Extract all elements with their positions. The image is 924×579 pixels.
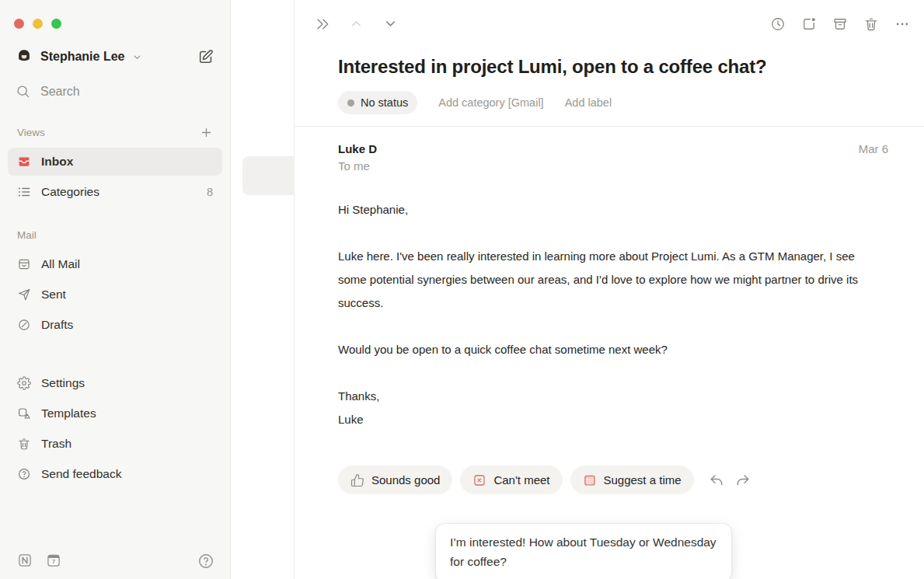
sidebar-item-all-mail[interactable]: All Mail [8,250,222,278]
search-placeholder: Search [40,85,80,99]
sidebar-item-drafts[interactable]: Drafts [8,311,222,339]
compose-button[interactable] [197,48,214,65]
reading-pane: Interested in project Lumi, open to a co… [295,0,924,579]
add-category-button[interactable]: Add category [Gmail] [438,96,543,109]
suggested-reply-tooltip: I’m interested! How about Tuesday or Wed… [435,523,732,579]
sidebar-item-categories[interactable]: Categories 8 [8,178,222,206]
trash-icon [17,437,31,451]
sidebar-item-label: Categories [41,185,99,199]
body-paragraph: Would you be open to a quick coffee chat… [338,338,882,361]
status-chip-label: No status [361,96,408,109]
status-dot-icon [347,99,354,106]
recipient-line[interactable]: To me [338,159,888,173]
thumbs-up-icon [350,473,364,487]
chevron-down-icon [132,52,142,62]
sidebar-item-templates[interactable]: Templates [8,399,222,427]
sidebar-item-label: All Mail [41,257,80,271]
help-button[interactable] [197,553,213,568]
archive-icon[interactable] [832,16,848,32]
sidebar-item-label: Sent [41,288,66,302]
email-list-collapsed [231,0,295,579]
mail-app-window: Stephanie Lee Search Views [0,0,924,579]
email-body: Hi Stephanie, Luke here. I've been reall… [338,198,882,431]
quick-reply-sounds-good-button[interactable]: Sounds good [338,466,452,494]
forward-icon[interactable] [735,473,751,488]
minimize-window-button[interactable] [33,19,43,29]
selected-email-stub[interactable] [242,156,294,195]
sidebar-item-settings[interactable]: Settings [8,369,222,397]
previous-email-icon[interactable] [349,16,364,32]
search-input[interactable]: Search [16,84,214,99]
paper-plane-icon [17,288,31,302]
quick-reply-label: Can't meet [493,473,549,487]
plus-icon [200,126,213,139]
sidebar-item-label: Templates [41,406,96,420]
reply-forward-group [709,473,751,488]
status-chip[interactable]: No status [338,91,417,114]
sidebar-footer: 7 [0,553,230,579]
email-subject: Interested in project Lumi, open to a co… [338,56,888,78]
mark-unread-icon[interactable] [801,16,817,32]
drafts-icon [17,318,31,332]
views-header-label: Views [17,127,45,138]
body-signature: Thanks, Luke [338,385,882,431]
collapse-sidebar-icon[interactable] [315,16,330,32]
next-email-icon[interactable] [383,16,399,32]
sender-name[interactable]: Luke D [338,142,377,155]
notion-logo-icon[interactable] [17,553,33,568]
account-row: Stephanie Lee [16,48,214,65]
reply-icon[interactable] [709,473,724,488]
sidebar-item-label: Settings [41,376,85,390]
mail-section-header: Mail [17,227,213,242]
snooze-icon[interactable] [770,16,786,32]
avatar [16,48,33,65]
utility-list: Settings Templates Trash Send feedback [8,369,222,488]
window-controls [0,0,230,29]
calendar-icon [583,473,597,487]
views-list: Inbox Categories 8 [8,148,222,206]
account-switcher[interactable]: Stephanie Lee [16,48,197,65]
sidebar-item-sent[interactable]: Sent [8,281,222,309]
body-paragraph: Luke here. I've been really interested i… [338,245,882,315]
close-window-button[interactable] [14,19,24,29]
sidebar-item-trash[interactable]: Trash [8,430,222,458]
trash-icon[interactable] [863,16,879,32]
quick-reply-label: Sounds good [371,473,440,487]
account-name: Stephanie Lee [40,50,124,64]
sidebar-item-label: Inbox [41,155,73,169]
add-view-button[interactable] [200,126,213,139]
calendar-day-icon[interactable]: 7 [46,553,61,568]
shapes-icon [17,406,31,420]
inbox-icon [17,155,31,169]
reading-toolbar [295,0,924,32]
add-label-button[interactable]: Add label [565,96,612,109]
quick-reply-row: Sounds good Can't meet Suggest a time [338,466,888,494]
sidebar-item-inbox[interactable]: Inbox [8,148,222,176]
sidebar: Stephanie Lee Search Views [0,0,231,579]
mail-header-label: Mail [17,229,37,241]
search-icon [16,84,30,99]
more-icon[interactable] [894,16,910,32]
email-content: Luke D Mar 6 To me Hi Stephanie, Luke he… [295,127,924,579]
mail-list: All Mail Sent Drafts [8,250,222,339]
sender-row: Luke D Mar 6 [338,142,888,155]
quick-reply-suggest-time-button[interactable]: Suggest a time [570,466,694,494]
sidebar-item-send-feedback[interactable]: Send feedback [8,460,222,488]
body-paragraph: Hi Stephanie, [338,198,882,221]
all-mail-icon [17,257,31,271]
categories-count-badge: 8 [207,186,213,198]
compose-icon [197,48,214,65]
email-date: Mar 6 [859,142,888,155]
sidebar-item-label: Drafts [41,318,73,332]
views-section-header: Views [17,124,213,140]
sidebar-item-label: Trash [41,437,71,451]
zoom-window-button[interactable] [51,19,61,29]
list-icon [17,185,31,199]
gear-icon [17,376,31,390]
help-circle-icon [17,467,31,481]
x-square-icon [472,473,486,487]
email-meta-chips: No status Add category [Gmail] Add label [338,91,888,114]
sidebar-item-label: Send feedback [41,467,121,481]
quick-reply-cant-meet-button[interactable]: Can't meet [460,466,562,494]
quick-reply-label: Suggest a time [604,473,682,487]
